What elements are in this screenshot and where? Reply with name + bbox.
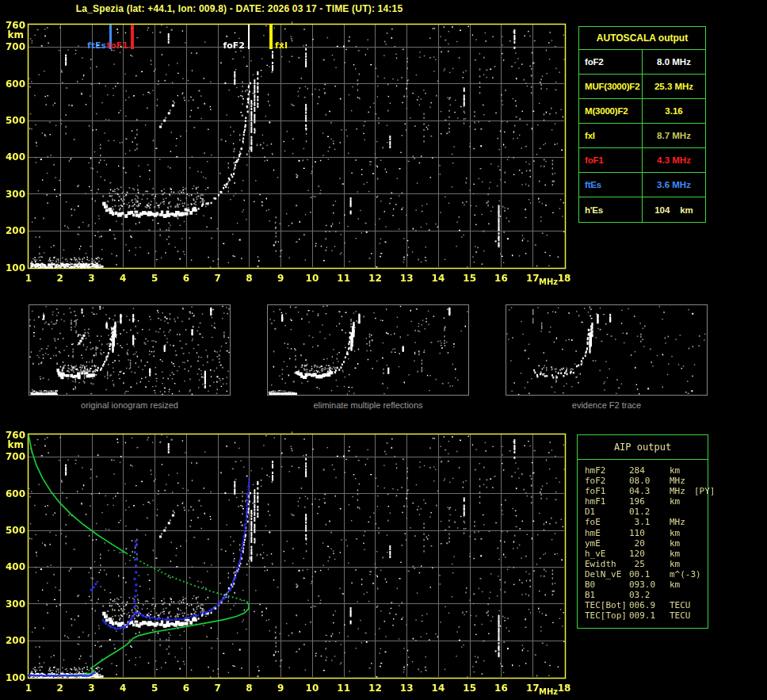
list-item: hmE110km (585, 528, 708, 538)
thumbnail-caption: original ionogram resized (29, 400, 231, 410)
list-item: Ewidth 25km (585, 559, 708, 569)
thumbnail-canvas (268, 305, 468, 395)
param-label: M(3000)F2 (579, 99, 643, 123)
table-row: ftEs 3.6 MHz (579, 173, 705, 197)
list-item: B103.2 (585, 590, 708, 600)
ionogram-plot-autoscala (0, 20, 578, 296)
list-item: ymE 20km (585, 538, 708, 549)
aip-output-panel: AIP output hmF2284km foF208.0MHz foF104.… (577, 434, 708, 629)
param-value: 8.7 MHz (643, 124, 705, 147)
list-item: TEC[Bot]006.9TECU (585, 600, 708, 610)
aip-body: hmF2284km foF208.0MHz foF104.3MHz[PY] hm… (578, 460, 708, 621)
list-item: hmF1196km (585, 496, 708, 507)
list-item: D101.2 (585, 507, 708, 517)
param-value: 4.3 MHz (643, 148, 705, 172)
thumbnail-eliminate-reflections (267, 304, 469, 396)
list-item: TEC[Top]009.1TECU (585, 610, 708, 621)
thumbnail-caption: eliminate multiple reflections (267, 400, 469, 410)
list-item: foE 3.1MHz (585, 517, 708, 527)
param-value: 104 km (643, 197, 705, 222)
table-row: foF1 4.3 MHz (579, 148, 705, 173)
param-value: 3.16 (643, 99, 705, 123)
aip-header: AIP output (578, 435, 708, 460)
autoscala-output-panel: AUTOSCALA output foF2 8.0 MHz MUF(3000)F… (578, 26, 706, 223)
autoscala-header: AUTOSCALA output (579, 27, 705, 50)
list-item: h_vE120km (585, 549, 708, 559)
table-row: h'Es 104 km (579, 197, 705, 222)
ionogram-plot-profile (0, 430, 578, 700)
list-item: B0093.0km (585, 580, 708, 590)
list-item: foF208.0MHz (585, 476, 708, 486)
list-item: foF104.3MHz[PY] (585, 486, 708, 496)
param-label: ftEs (579, 173, 643, 197)
thumbnail-canvas (29, 305, 230, 395)
param-label: foF2 (579, 50, 643, 74)
param-label: fxI (579, 124, 643, 147)
param-label: MUF(3000)F2 (579, 75, 643, 98)
thumbnail-evidence-f2 (506, 304, 708, 396)
list-item: DelN_vE00.1m^(-3) (585, 569, 708, 580)
table-row: fxI 8.7 MHz (579, 124, 705, 148)
thumbnail-caption: evidence F2 trace (506, 400, 708, 410)
station-title: La_Spezia (lat: +44.1, lon: 009.8) - DAT… (0, 3, 479, 14)
param-value: 8.0 MHz (643, 50, 705, 74)
param-label: foF1 (579, 148, 643, 172)
param-value: 25.3 MHz (643, 75, 705, 98)
table-row: MUF(3000)F2 25.3 MHz (579, 75, 705, 99)
table-row: foF2 8.0 MHz (579, 50, 705, 75)
list-item: hmF2284km (585, 465, 708, 476)
thumbnail-original-ionogram (29, 304, 231, 396)
table-row: M(3000)F2 3.16 (579, 99, 705, 124)
param-label: h'Es (579, 197, 643, 222)
param-value: 3.6 MHz (643, 173, 705, 197)
thumbnail-canvas (506, 305, 707, 395)
